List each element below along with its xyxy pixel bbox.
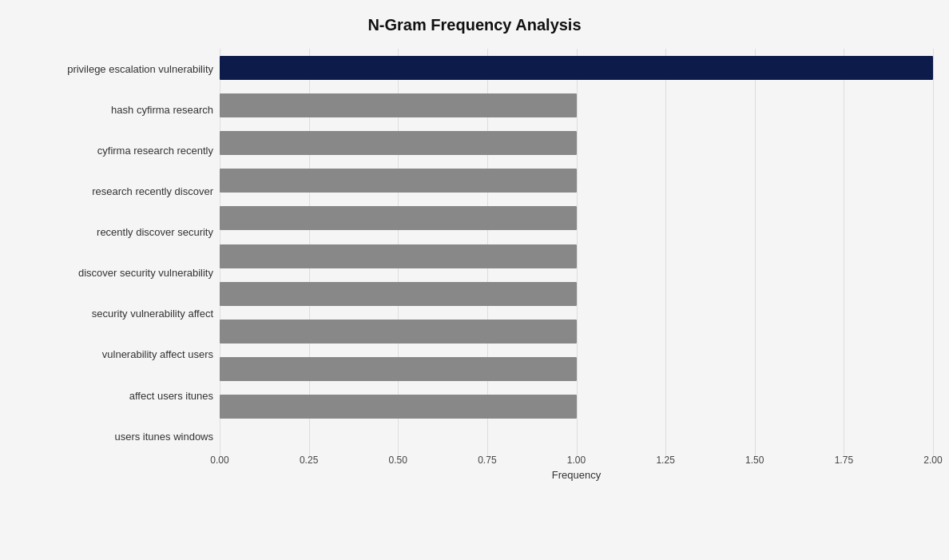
x-axis-wrapper: 0.000.250.500.751.001.251.501.752.00 Fre… [220,450,933,481]
y-label: affect users itunes [129,390,213,403]
y-label: hash cyfirma research [111,104,213,117]
x-tick-label: 2.00 [923,455,942,466]
x-tick-label: 1.50 [745,455,764,466]
gridline [933,49,934,457]
bar-row [220,165,933,197]
bar [220,320,577,344]
x-tick-label: 0.50 [389,455,407,466]
chart-container: N-Gram Frequency Analysis privilege esca… [0,0,949,560]
bar [220,282,577,306]
y-label: discover security vulnerability [78,267,213,280]
bar [220,56,933,80]
y-label: vulnerability affect users [102,348,213,361]
bars-section: 0.000.250.500.751.001.251.501.752.00 Fre… [220,49,933,481]
x-tick-label: 0.25 [300,455,318,466]
x-tick-label: 1.25 [656,455,674,466]
bar [220,244,577,268]
x-tick-label: 0.00 [210,455,228,466]
x-tick-label: 1.75 [835,455,853,466]
bar [220,206,577,230]
y-axis-labels: privilege escalation vulnerabilityhash c… [16,49,220,481]
bar-row [220,240,933,272]
bar [220,357,577,381]
x-tick-label: 1.00 [567,455,586,466]
x-axis-title: Frequency [220,469,933,481]
chart-title: N-Gram Frequency Analysis [16,16,933,34]
x-tick-label: 0.75 [478,455,496,466]
bar-row [220,89,933,121]
x-axis: 0.000.250.500.751.001.251.501.752.00 [220,450,933,466]
bar-row [220,127,933,159]
bar-row [220,353,933,385]
bar-row [220,391,933,423]
y-label: research recently discover [92,185,213,198]
bar-row [220,278,933,310]
chart-area: privilege escalation vulnerabilityhash c… [16,49,933,481]
y-label: security vulnerability affect [92,308,213,320]
bars-wrapper [220,49,933,450]
y-label: cyfirma research recently [97,145,213,157]
bar-row [220,202,933,234]
bar-row [220,316,933,348]
y-label: recently discover security [97,226,213,239]
bar [220,93,577,117]
bar [220,169,577,193]
bar [220,395,577,419]
bar-row [220,52,933,84]
y-label: users itunes windows [114,431,213,443]
bar [220,131,577,155]
y-label: privilege escalation vulnerability [67,63,213,76]
